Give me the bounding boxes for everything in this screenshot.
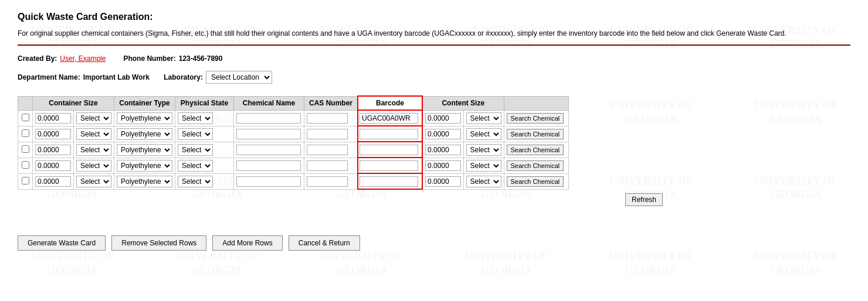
header-barcode: Barcode <box>358 96 422 110</box>
add-more-rows-button[interactable]: Add More Rows <box>212 235 282 251</box>
row2-content-size-sel[interactable]: SelectmLLgkg <box>466 128 501 140</box>
row3-search-chemical-btn[interactable]: Search Chemical <box>507 145 564 155</box>
row4-container-type[interactable]: PolyethyleneGlassMetalPlastic <box>117 160 172 172</box>
row4-chemical-name[interactable] <box>236 160 301 171</box>
row3-checkbox[interactable] <box>22 145 29 153</box>
phone-value: 123-456-7890 <box>179 54 223 63</box>
row2-cas-number[interactable] <box>307 129 348 139</box>
row3-chemical-name[interactable] <box>236 145 301 155</box>
row2-container-size-num[interactable] <box>35 129 71 139</box>
row4-barcode[interactable] <box>360 160 418 171</box>
row3-content-size-sel[interactable]: SelectmLLgkg <box>466 144 501 156</box>
waste-table-container: Container Size Container Type Physical S… <box>18 95 850 206</box>
row3-container-type[interactable]: PolyethyleneGlassMetalPlastic <box>117 144 172 156</box>
header-cas-number: CAS Number <box>304 96 358 110</box>
phone-label: Phone Number: <box>123 54 175 63</box>
row1-container-size-sel[interactable]: SelectmLLgkg <box>76 112 111 124</box>
row5-search-chemical-btn[interactable]: Search Chemical <box>507 176 564 187</box>
row5-content-size-sel[interactable]: SelectmLLgkg <box>466 176 501 187</box>
header-chemical-name: Chemical Name <box>234 96 304 110</box>
row3-cas-number[interactable] <box>307 145 348 155</box>
lab-label: Laboratory: <box>164 73 203 81</box>
generate-waste-card-button[interactable]: Generate Waste Card <box>18 235 106 251</box>
row2-container-type[interactable]: PolyethyleneGlassMetalPlastic <box>117 128 172 140</box>
header-container-type: Container Type <box>114 96 175 110</box>
row2-barcode[interactable] <box>360 129 418 139</box>
row2-content-size-num[interactable] <box>425 129 461 139</box>
dept-value: Important Lab Work <box>83 73 150 81</box>
row4-content-size-num[interactable] <box>425 160 461 171</box>
row1-physical-state[interactable]: SelectLiquidSolidGas <box>178 112 213 124</box>
row5-physical-state[interactable]: SelectLiquidSolidGas <box>178 176 213 187</box>
page-title: Quick Waste Card Generation: <box>18 12 850 22</box>
row1-container-size-num[interactable] <box>35 113 71 124</box>
row4-container-size-sel[interactable]: SelectmLLgkg <box>76 160 111 172</box>
dept-label: Department Name: <box>18 73 80 81</box>
remove-selected-rows-button[interactable]: Remove Selected Rows <box>111 235 206 251</box>
row4-checkbox[interactable] <box>22 161 29 169</box>
header-checkbox <box>18 96 33 110</box>
meta-section: Created By: User, Example Phone Number: … <box>18 54 850 84</box>
row1-barcode[interactable] <box>360 113 418 124</box>
page-description: For original supplier chemical container… <box>18 28 850 39</box>
row5-container-size-num[interactable] <box>35 176 71 187</box>
header-search <box>504 96 568 110</box>
row5-cas-number[interactable] <box>307 176 348 187</box>
row1-cas-number[interactable] <box>307 113 348 124</box>
row4-cas-number[interactable] <box>307 160 348 171</box>
cancel-return-button[interactable]: Cancel & Return <box>289 235 360 251</box>
row3-physical-state[interactable]: SelectLiquidSolidGas <box>178 144 213 156</box>
row5-container-size-sel[interactable]: SelectmLLgkg <box>76 176 111 187</box>
row5-container-type[interactable]: PolyethyleneGlassMetalPlastic <box>117 176 172 187</box>
row2-physical-state[interactable]: SelectLiquidSolidGas <box>178 128 213 140</box>
row3-barcode[interactable] <box>360 145 418 155</box>
row1-content-size-sel[interactable]: SelectmLLgkg <box>466 112 501 124</box>
row2-search-chemical-btn[interactable]: Search Chemical <box>507 129 564 139</box>
row1-chemical-name[interactable] <box>236 113 301 124</box>
header-content-size: Content Size <box>422 96 504 110</box>
row3-content-size-num[interactable] <box>425 145 461 155</box>
row2-chemical-name[interactable] <box>236 129 301 139</box>
waste-table: Container Size Container Type Physical S… <box>18 95 569 190</box>
header-container-size: Container Size <box>33 96 114 110</box>
row1-content-size-num[interactable] <box>425 113 461 124</box>
row4-search-chemical-btn[interactable]: Search Chemical <box>507 160 564 171</box>
row2-container-size-sel[interactable]: SelectmLLgkg <box>76 128 111 140</box>
row5-checkbox[interactable] <box>22 177 29 184</box>
row5-content-size-num[interactable] <box>425 176 461 187</box>
header-physical-state: Physical State <box>175 96 234 110</box>
row5-chemical-name[interactable] <box>236 176 301 187</box>
row3-container-size-num[interactable] <box>35 145 71 155</box>
row1-search-chemical-btn[interactable]: Search Chemical <box>507 113 564 124</box>
row4-physical-state[interactable]: SelectLiquidSolidGas <box>178 160 213 172</box>
table-row: SelectmLLgkg PolyethyleneGlassMetalPlast… <box>18 142 569 158</box>
table-row: SelectmLLgkg PolyethyleneGlassMetalPlast… <box>18 158 569 173</box>
divider <box>18 45 850 46</box>
created-by-label: Created By: <box>18 54 57 63</box>
refresh-button[interactable]: Refresh <box>625 193 663 206</box>
row3-container-size-sel[interactable]: SelectmLLgkg <box>76 144 111 156</box>
table-row: SelectmLLgkg PolyethyleneGlassMetalPlast… <box>18 126 569 142</box>
table-row: SelectmLLgkg PolyethyleneGlassMetalPlast… <box>18 110 569 126</box>
row1-container-type[interactable]: PolyethyleneGlassMetalPlastic <box>117 112 172 124</box>
table-row: SelectmLLgkg PolyethyleneGlassMetalPlast… <box>18 173 569 189</box>
created-by-value[interactable]: User, Example <box>60 54 106 63</box>
row5-barcode[interactable] <box>360 176 418 187</box>
action-row: Generate Waste Card Remove Selected Rows… <box>18 235 850 251</box>
row4-container-size-num[interactable] <box>35 160 71 171</box>
row2-checkbox[interactable] <box>22 129 29 137</box>
row4-content-size-sel[interactable]: SelectmLLgkg <box>466 160 501 172</box>
location-select[interactable]: Select Location <box>206 71 272 84</box>
row1-checkbox[interactable] <box>22 114 29 121</box>
